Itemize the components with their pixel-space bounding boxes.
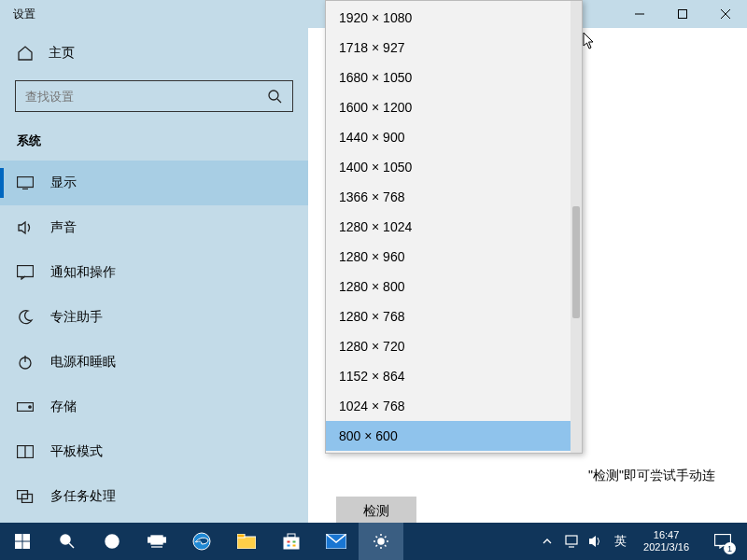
dropdown-scrollbar[interactable] — [571, 1, 582, 453]
nav-label: 显示 — [50, 175, 77, 191]
maximize-button[interactable] — [661, 0, 704, 28]
start-button[interactable] — [0, 523, 45, 560]
tray-chevron-icon[interactable] — [538, 532, 557, 551]
nav-item-display[interactable]: 显示 — [0, 161, 308, 205]
notifications-icon — [17, 264, 34, 281]
nav-label: 多任务处理 — [50, 488, 116, 505]
storage-icon — [17, 399, 34, 415]
nav-list: 显示 声音 通知和操作 专注助手 电源和睡眠 — [0, 161, 308, 519]
nav-item-notifications[interactable]: 通知和操作 — [0, 250, 308, 295]
svg-rect-34 — [292, 540, 296, 543]
dropdown-option[interactable]: 1680 × 1050 — [326, 63, 571, 92]
dropdown-option[interactable]: 1280 × 720 — [326, 331, 571, 361]
minimize-button[interactable] — [618, 0, 661, 28]
store-button[interactable] — [269, 523, 314, 560]
nav-item-storage[interactable]: 存储 — [0, 385, 308, 429]
svg-point-12 — [29, 406, 31, 408]
ime-indicator[interactable]: 英 — [611, 533, 630, 550]
svg-rect-17 — [15, 534, 21, 540]
nav-label: 平板模式 — [50, 443, 103, 460]
svg-rect-6 — [18, 177, 34, 188]
svg-line-22 — [69, 543, 74, 548]
svg-rect-19 — [15, 542, 21, 549]
sidebar: 主页 系统 显示 声音 通知和操作 — [0, 28, 308, 523]
dropdown-option[interactable]: 1280 × 800 — [326, 272, 571, 301]
svg-rect-29 — [237, 537, 256, 549]
svg-rect-30 — [237, 534, 245, 538]
home-icon — [17, 45, 34, 62]
nav-item-power[interactable]: 电源和睡眠 — [0, 340, 308, 385]
detect-button[interactable]: 检测 — [336, 497, 416, 523]
action-center-button[interactable]: 1 — [702, 523, 743, 560]
dropdown-option[interactable]: 1400 × 1050 — [326, 152, 571, 182]
svg-line-5 — [277, 99, 281, 103]
nav-item-focus[interactable]: 专注助手 — [0, 295, 308, 340]
svg-rect-32 — [288, 534, 295, 538]
svg-point-38 — [378, 539, 384, 544]
svg-rect-24 — [151, 536, 162, 544]
nav-item-sound[interactable]: 声音 — [0, 205, 308, 250]
clock[interactable]: 16:47 2021/3/16 — [636, 529, 697, 553]
svg-rect-39 — [566, 536, 577, 544]
notification-badge: 1 — [724, 542, 736, 554]
resolution-dropdown[interactable]: 1920 × 10801718 × 9271680 × 10501600 × 1… — [325, 0, 583, 454]
dropdown-option[interactable]: 747 × 560 — [326, 421, 571, 451]
dropdown-option[interactable]: 1280 × 1024 — [326, 212, 571, 242]
mail-button[interactable] — [314, 523, 359, 560]
search-box[interactable] — [15, 80, 293, 112]
home-label: 主页 — [49, 45, 75, 62]
multitask-icon — [17, 488, 34, 505]
clock-time: 16:47 — [643, 529, 689, 541]
svg-rect-35 — [287, 544, 290, 547]
nav-label: 通知和操作 — [50, 264, 116, 281]
settings-window: 设置 主页 系统 显示 声音 — [0, 0, 747, 523]
svg-rect-1 — [679, 10, 687, 19]
explorer-button[interactable] — [224, 523, 269, 560]
nav-label: 存储 — [50, 399, 77, 415]
scrollbar-thumb[interactable] — [572, 206, 580, 318]
nav-label: 电源和睡眠 — [50, 354, 116, 371]
dropdown-option[interactable]: 1024 × 768 — [326, 391, 571, 421]
display-icon — [17, 175, 34, 191]
volume-icon[interactable] — [586, 532, 605, 551]
svg-rect-36 — [292, 544, 296, 547]
task-view-button[interactable] — [134, 523, 179, 560]
svg-point-21 — [61, 535, 70, 544]
tablet-icon — [17, 443, 34, 460]
dropdown-option[interactable]: 1152 × 864 — [326, 361, 571, 391]
svg-rect-8 — [18, 266, 34, 277]
moon-icon — [17, 309, 34, 326]
nav-label: 声音 — [50, 219, 77, 236]
close-button[interactable] — [704, 0, 747, 28]
svg-rect-18 — [23, 534, 30, 540]
edge-button[interactable] — [179, 523, 224, 560]
sound-icon — [17, 219, 34, 236]
system-tray[interactable]: 英 16:47 2021/3/16 1 — [538, 523, 747, 560]
cortana-button[interactable] — [90, 523, 134, 560]
svg-rect-26 — [163, 538, 166, 542]
dropdown-list: 1920 × 10801718 × 9271680 × 10501600 × 1… — [326, 1, 571, 453]
hint-text: "检测"即可尝试手动连 — [588, 468, 715, 484]
taskbar-search-button[interactable] — [45, 523, 90, 560]
network-icon[interactable] — [562, 532, 581, 551]
window-title: 设置 — [0, 7, 35, 22]
nav-item-multitask[interactable]: 多任务处理 — [0, 474, 308, 519]
settings-taskbar-button[interactable] — [359, 523, 403, 560]
svg-point-23 — [106, 535, 119, 548]
power-icon — [17, 354, 34, 371]
dropdown-option[interactable]: 1280 × 960 — [326, 242, 571, 272]
dropdown-option[interactable]: 1718 × 927 — [326, 33, 571, 63]
search-icon — [266, 88, 283, 105]
dropdown-option[interactable]: 1440 × 900 — [326, 122, 571, 152]
nav-item-tablet[interactable]: 平板模式 — [0, 429, 308, 474]
svg-point-4 — [269, 91, 278, 100]
dropdown-option[interactable]: 1920 × 1080 — [326, 3, 571, 33]
nav-label: 专注助手 — [50, 309, 103, 326]
dropdown-option[interactable]: 1366 × 768 — [326, 182, 571, 212]
dropdown-option[interactable]: 1600 × 1200 — [326, 92, 571, 122]
clock-date: 2021/3/16 — [643, 541, 689, 553]
home-link[interactable]: 主页 — [0, 35, 308, 71]
search-input[interactable] — [25, 90, 266, 104]
section-label: 系统 — [0, 127, 308, 161]
dropdown-option[interactable]: 1280 × 768 — [326, 301, 571, 331]
